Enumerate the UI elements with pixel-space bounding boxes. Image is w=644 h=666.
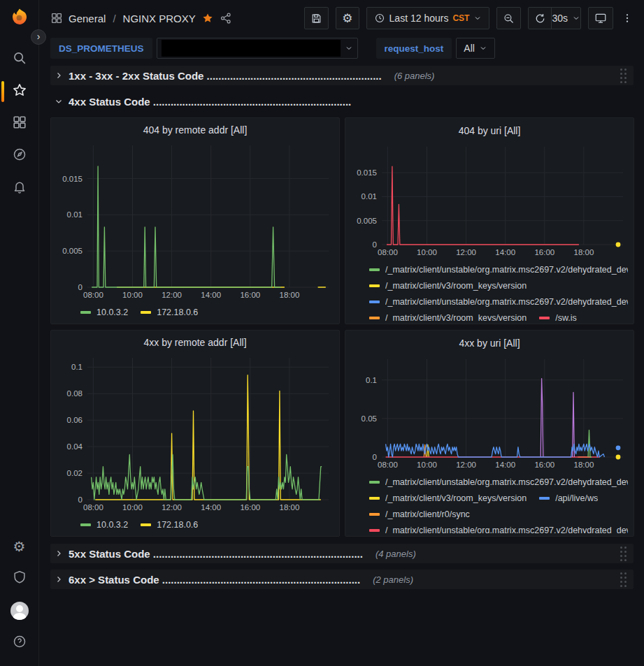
chart-4xx-by-uri[interactable]: 00.050.108:0010:0012:0014:0016:0018:00 xyxy=(351,352,628,473)
sidebar-item-explore[interactable] xyxy=(0,140,39,172)
panel-title[interactable]: 4xx by uri [All] xyxy=(351,334,628,352)
star-filled-icon xyxy=(201,12,214,24)
svg-text:16:00: 16:00 xyxy=(240,503,260,512)
svg-text:0: 0 xyxy=(373,240,377,249)
legend-item[interactable]: /sw.js xyxy=(539,310,577,321)
panel-menu-kebab[interactable] xyxy=(620,7,634,29)
panel-title[interactable]: 404 by remote addr [All] xyxy=(57,122,334,138)
grafana-logo-icon xyxy=(9,7,30,28)
row-title: 4xx Status Code ........................… xyxy=(69,96,351,108)
row-4xx[interactable]: 4xx Status Code ........................… xyxy=(50,92,634,111)
dashboard-settings-button[interactable]: ⚙ xyxy=(336,7,359,29)
legend-swatch xyxy=(369,284,380,287)
time-range-picker[interactable]: Last 12 hours CST xyxy=(366,7,490,29)
legend-label: /_matrix/client/unstable/org.matrix.msc2… xyxy=(385,297,628,307)
alerting-bell-icon xyxy=(12,179,27,197)
chevron-down-icon xyxy=(55,97,63,106)
legend-item[interactable]: /_matrix/client/unstable/org.matrix.msc2… xyxy=(369,262,628,278)
refresh-button[interactable] xyxy=(529,8,551,29)
timezone-label: CST xyxy=(452,13,469,23)
zoom-out-button[interactable] xyxy=(496,7,521,29)
sidebar-item-alerting[interactable] xyxy=(0,172,39,204)
configuration-gear-icon: ⚙ xyxy=(13,540,26,553)
legend-label: 172.18.0.6 xyxy=(157,520,198,530)
share-button[interactable] xyxy=(220,12,232,24)
legend-label: /_matrix/client/v3/room_keys/version xyxy=(385,281,527,291)
sidebar-item-search[interactable] xyxy=(0,43,39,75)
tv-mode-button[interactable] xyxy=(588,7,613,29)
row-title: 6xx > Status Code ......................… xyxy=(69,574,360,586)
row-1xx-3xx-2xx[interactable]: 1xx - 3xx - 2xx Status Code ............… xyxy=(50,66,634,85)
row-drag-handle[interactable] xyxy=(619,67,628,85)
help-question-icon xyxy=(12,634,27,652)
row-drag-handle[interactable] xyxy=(619,545,628,563)
sidebar-item-help[interactable] xyxy=(0,627,39,659)
svg-text:0.06: 0.06 xyxy=(67,416,83,424)
sidebar-item-profile[interactable] xyxy=(0,595,39,627)
panel-grid: 404 by remote addr [All] 00.0050.010.015… xyxy=(50,117,634,537)
variable-ds-select[interactable] xyxy=(157,38,358,59)
user-avatar xyxy=(10,602,29,620)
svg-text:18:00: 18:00 xyxy=(574,248,594,256)
chevron-down-icon xyxy=(345,44,353,52)
chart-404-by-uri[interactable]: 00.0050.010.01508:0010:0012:0014:0016:00… xyxy=(351,140,628,261)
chart-4xx-by-remote-addr[interactable]: 00.020.040.060.080.108:0010:0012:0014:00… xyxy=(57,351,334,516)
svg-text:08:00: 08:00 xyxy=(378,461,398,469)
panel-title[interactable]: 404 by uri [All] xyxy=(351,122,628,140)
row-title: 5xx Status Code ........................… xyxy=(69,548,363,560)
panel-404-by-uri: 404 by uri [All] 00.0050.010.01508:0010:… xyxy=(345,117,634,324)
legend-item[interactable]: /_matrix/client/unstable/org.matrix.msc2… xyxy=(369,523,628,533)
chart-legend: 10.0.3.2172.18.0.6 xyxy=(57,305,334,321)
legend-swatch xyxy=(369,497,380,500)
legend-item[interactable]: /api/live/ws xyxy=(539,491,598,507)
breadcrumb-folder[interactable]: General xyxy=(69,13,106,24)
chevron-right-icon xyxy=(55,549,63,558)
svg-text:08:00: 08:00 xyxy=(83,291,103,299)
legend-item[interactable]: 172.18.0.6 xyxy=(141,305,198,321)
sidebar-expand-button[interactable]: › xyxy=(31,29,46,45)
refresh-interval-dropdown[interactable]: 30s xyxy=(552,8,580,29)
tv-icon xyxy=(594,12,607,24)
legend-item[interactable]: 10.0.3.2 xyxy=(80,305,128,321)
legend-item[interactable]: /_matrix/client/v3/room_keys/version xyxy=(369,491,527,507)
svg-text:16:00: 16:00 xyxy=(534,248,554,256)
svg-text:0.005: 0.005 xyxy=(357,216,377,224)
sidebar-item-dashboards[interactable] xyxy=(0,108,39,140)
svg-text:0: 0 xyxy=(78,283,83,291)
row-5xx[interactable]: 5xx Status Code ........................… xyxy=(50,544,634,563)
variable-request-host-select[interactable]: All xyxy=(456,38,495,59)
redacted-value xyxy=(162,40,341,57)
save-dashboard-button[interactable] xyxy=(304,7,329,29)
panel-title[interactable]: 4xx by remote addr [All] xyxy=(57,334,334,351)
svg-text:0.1: 0.1 xyxy=(71,363,83,371)
chart-404-by-remote-addr[interactable]: 00.0050.010.01508:0010:0012:0014:0016:00… xyxy=(57,138,334,303)
legend-item[interactable]: /_matrix/client/v3/room_keys/version xyxy=(369,278,527,294)
legend-label: 172.18.0.6 xyxy=(157,307,198,317)
svg-text:16:00: 16:00 xyxy=(534,461,554,469)
row-6xx[interactable]: 6xx > Status Code ......................… xyxy=(50,570,634,589)
legend-swatch xyxy=(369,529,380,532)
grafana-app: ⚙ › xyxy=(0,0,644,666)
legend-item[interactable]: /_matrix/client/unstable/org.matrix.msc2… xyxy=(369,294,628,310)
legend-item[interactable]: /_matrix/client/v3/room_keys/version xyxy=(369,310,527,321)
breadcrumb-dashboard-title[interactable]: NGINX PROXY xyxy=(123,13,196,24)
legend-item[interactable]: /_matrix/client/unstable/org.matrix.msc2… xyxy=(369,475,628,491)
svg-text:0.015: 0.015 xyxy=(62,174,83,182)
legend-item[interactable]: /_matrix/client/r0/sync xyxy=(369,507,470,523)
svg-text:16:00: 16:00 xyxy=(240,291,260,299)
legend-item[interactable]: 10.0.3.2 xyxy=(80,517,128,533)
sidebar-item-server-admin[interactable] xyxy=(0,563,39,595)
refresh-icon xyxy=(534,13,546,24)
grafana-logo[interactable] xyxy=(9,7,30,28)
favorite-star-button[interactable] xyxy=(201,12,214,24)
legend-item[interactable]: 172.18.0.6 xyxy=(141,517,198,533)
svg-text:12:00: 12:00 xyxy=(456,461,476,469)
legend-swatch xyxy=(80,311,91,314)
row-title: 1xx - 3xx - 2xx Status Code ............… xyxy=(69,70,382,82)
legend-swatch xyxy=(369,268,380,271)
sidebar-item-starred[interactable] xyxy=(0,75,39,108)
svg-text:0.01: 0.01 xyxy=(362,192,377,201)
svg-text:14:00: 14:00 xyxy=(495,248,515,256)
sidebar-item-configuration[interactable]: ⚙ xyxy=(0,530,39,563)
row-drag-handle[interactable] xyxy=(619,571,628,588)
